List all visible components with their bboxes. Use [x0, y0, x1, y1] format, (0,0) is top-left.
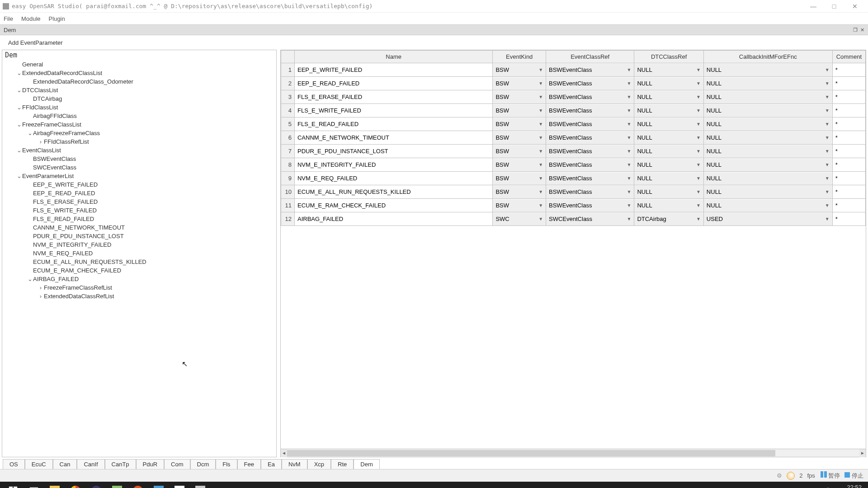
- dropdown-cell[interactable]: BSW▼: [493, 159, 546, 171]
- menu-file[interactable]: File: [4, 15, 13, 22]
- ubuntu-icon[interactable]: [127, 482, 148, 488]
- col-eventkind[interactable]: EventKind: [493, 51, 546, 63]
- tree-node[interactable]: SWCEventClass: [2, 163, 276, 172]
- text-cell[interactable]: EEP_E_READ_FAILED: [295, 77, 492, 90]
- bottom-tab-fls[interactable]: Fls: [216, 459, 237, 469]
- bottom-tab-can[interactable]: Can: [53, 459, 77, 469]
- tree-node[interactable]: CANNM_E_NETWORK_TIMEOUT: [2, 223, 276, 232]
- dropdown-cell[interactable]: BSW▼: [493, 77, 546, 90]
- text-cell[interactable]: FLS_E_WRITE_FAILED: [295, 104, 492, 117]
- minimize-button[interactable]: —: [803, 3, 824, 10]
- tree-node[interactable]: ⌄ExtendedDataRecordClassList: [2, 69, 276, 77]
- tree-node[interactable]: ⌄EventClassList: [2, 146, 276, 155]
- bottom-tab-dcm[interactable]: Dcm: [190, 459, 216, 469]
- tree-node[interactable]: ⌄FFIdClassList: [2, 103, 276, 112]
- dropdown-cell[interactable]: NULL▼: [634, 77, 703, 90]
- row-number[interactable]: 8: [281, 158, 295, 172]
- app-window-icon[interactable]: [148, 482, 169, 488]
- dropdown-cell[interactable]: BSWEventClass▼: [546, 77, 634, 90]
- text-cell[interactable]: *: [833, 91, 865, 103]
- menu-plugin[interactable]: Plugin: [49, 15, 65, 22]
- chevron-right-icon[interactable]: ›: [38, 293, 44, 300]
- task-view-button[interactable]: [24, 482, 44, 488]
- chevron-right-icon[interactable]: ›: [38, 284, 44, 291]
- tree-node[interactable]: BSWEventClass: [2, 155, 276, 163]
- bottom-tab-pdur[interactable]: PduR: [136, 459, 165, 469]
- chevron-down-icon[interactable]: ⌄: [27, 276, 33, 282]
- dropdown-cell[interactable]: BSWEventClass▼: [546, 172, 634, 185]
- bottom-tab-nvm[interactable]: NvM: [282, 459, 307, 469]
- taskbar-clock[interactable]: 22:52 2018/3/17: [835, 484, 862, 488]
- tree-node[interactable]: FLS_E_WRITE_FAILED: [2, 206, 276, 215]
- dropdown-cell[interactable]: NULL▼: [704, 186, 832, 198]
- dropdown-cell[interactable]: NULL▼: [634, 199, 703, 212]
- gear-icon[interactable]: ⚙: [777, 472, 782, 479]
- tree-node[interactable]: AirbagFFIdClass: [2, 112, 276, 120]
- col-name[interactable]: Name: [294, 51, 492, 63]
- dropdown-cell[interactable]: USED▼: [704, 213, 832, 225]
- text-cell[interactable]: ECUM_E_RAM_CHECK_FAILED: [295, 199, 492, 212]
- text-cell[interactable]: FLS_E_READ_FAILED: [295, 118, 492, 131]
- row-number[interactable]: 12: [281, 212, 295, 226]
- dropdown-cell[interactable]: NULL▼: [704, 64, 832, 76]
- dropdown-cell[interactable]: NULL▼: [704, 118, 832, 131]
- row-number[interactable]: 7: [281, 145, 295, 158]
- stop-button[interactable]: 停止: [844, 472, 863, 480]
- row-number[interactable]: 1: [281, 63, 295, 77]
- dropdown-cell[interactable]: NULL▼: [634, 159, 703, 171]
- dropdown-cell[interactable]: BSWEventClass▼: [546, 186, 634, 198]
- row-number[interactable]: 5: [281, 117, 295, 131]
- panel-close-icon[interactable]: ✕: [860, 27, 864, 33]
- dropdown-cell[interactable]: NULL▼: [634, 145, 703, 158]
- dropdown-cell[interactable]: NULL▼: [704, 145, 832, 158]
- tree-node[interactable]: ECUM_E_ALL_RUN_REQUESTS_KILLED: [2, 258, 276, 266]
- chevron-down-icon[interactable]: ⌄: [16, 173, 22, 179]
- tree-node[interactable]: ›FreezeFrameClassRefList: [2, 283, 276, 292]
- menu-module[interactable]: Module: [21, 15, 41, 22]
- dropdown-cell[interactable]: BSWEventClass▼: [546, 118, 634, 131]
- tree-node[interactable]: DTCAirbag: [2, 94, 276, 103]
- close-button[interactable]: ✕: [844, 3, 865, 10]
- scroll-right-arrow-icon[interactable]: ►: [859, 449, 866, 457]
- text-cell[interactable]: ECUM_E_ALL_RUN_REQUESTS_KILLED: [295, 186, 492, 198]
- col-comment[interactable]: Comment: [832, 51, 865, 63]
- chrome-icon[interactable]: [65, 482, 86, 488]
- text-cell[interactable]: *: [833, 186, 865, 198]
- chevron-down-icon[interactable]: ⌄: [16, 104, 22, 111]
- dropdown-cell[interactable]: NULL▼: [634, 104, 703, 117]
- tree-node[interactable]: General: [2, 60, 276, 69]
- dropdown-cell[interactable]: NULL▼: [634, 172, 703, 185]
- bottom-tab-fee[interactable]: Fee: [237, 459, 261, 469]
- text-cell[interactable]: CANNM_E_NETWORK_TIMEOUT: [295, 131, 492, 144]
- pause-button[interactable]: 暂停: [820, 471, 840, 480]
- dropdown-cell[interactable]: SWCEventClass▼: [546, 213, 634, 225]
- dropdown-cell[interactable]: NULL▼: [704, 131, 832, 144]
- dropdown-cell[interactable]: BSW▼: [493, 104, 546, 117]
- bottom-tab-dem[interactable]: Dem: [354, 459, 379, 469]
- tree-panel[interactable]: Dem General⌄ExtendedDataRecordClassListE…: [2, 50, 277, 457]
- text-cell[interactable]: FLS_E_ERASE_FAILED: [295, 91, 492, 103]
- text-cell[interactable]: NVM_E_REQ_FAILED: [295, 172, 492, 185]
- horizontal-scrollbar[interactable]: ◄ ►: [280, 449, 866, 457]
- text-cell[interactable]: *: [833, 118, 865, 131]
- col-dtcclassref[interactable]: DTCClassRef: [634, 51, 703, 63]
- bottom-tab-xcp[interactable]: Xcp: [307, 459, 331, 469]
- row-number[interactable]: 2: [281, 77, 295, 90]
- dropdown-cell[interactable]: SWC▼: [493, 213, 546, 225]
- tree-node[interactable]: FLS_E_READ_FAILED: [2, 215, 276, 223]
- dropdown-cell[interactable]: NULL▼: [704, 91, 832, 103]
- add-eventparameter-button[interactable]: Add EventParameter: [8, 39, 63, 46]
- row-number[interactable]: 4: [281, 104, 295, 117]
- dropdown-cell[interactable]: NULL▼: [704, 159, 832, 171]
- dropdown-cell[interactable]: BSW▼: [493, 131, 546, 144]
- maximize-button[interactable]: □: [824, 3, 844, 10]
- start-button[interactable]: [3, 482, 24, 488]
- dropdown-cell[interactable]: BSW▼: [493, 199, 546, 212]
- row-number[interactable]: 9: [281, 172, 295, 185]
- text-cell[interactable]: *: [833, 131, 865, 144]
- dropdown-cell[interactable]: NULL▼: [634, 91, 703, 103]
- text-cell[interactable]: PDUR_E_PDU_INSTANCE_LOST: [295, 145, 492, 158]
- text-cell[interactable]: *: [833, 104, 865, 117]
- chevron-down-icon[interactable]: ⌄: [16, 147, 22, 154]
- chevron-down-icon[interactable]: ⌄: [16, 70, 22, 76]
